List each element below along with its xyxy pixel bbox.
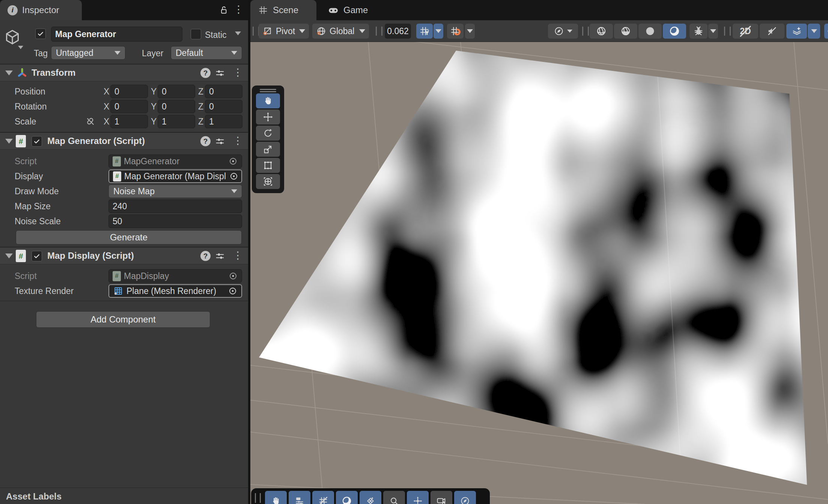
static-dropdown-caret[interactable] — [235, 32, 241, 35]
script-object-field[interactable]: # MapGenerator — [108, 154, 242, 168]
map-display-header[interactable]: # Map Display (Script) ? ⋮ — [0, 247, 248, 264]
map-generator-foldout[interactable] — [5, 139, 13, 144]
map-size-input[interactable]: 240 — [108, 200, 242, 213]
map-display-presets-icon[interactable] — [215, 251, 225, 261]
inspector-menu-icon[interactable]: ⋮ — [233, 4, 244, 15]
transform-help-icon[interactable]: ? — [200, 68, 211, 78]
layer-dropdown[interactable]: Default — [171, 46, 242, 60]
object-picker-icon[interactable] — [229, 171, 239, 181]
overlay-lighting-button[interactable] — [336, 491, 358, 504]
draw-mode-dropdown[interactable]: Noise Map — [108, 184, 242, 198]
scene-viewport[interactable] — [250, 42, 828, 504]
rect-tool-button[interactable] — [256, 158, 280, 173]
map-generator-help-icon[interactable]: ? — [200, 136, 211, 146]
transform-header[interactable]: Transform ? ⋮ — [0, 64, 248, 81]
transform-presets-icon[interactable] — [215, 68, 225, 78]
tab-scene[interactable]: Scene — [250, 0, 316, 20]
snap-increment-button[interactable] — [447, 24, 464, 39]
rotate-tool-button[interactable] — [256, 126, 280, 141]
overlay-tool-settings-button[interactable] — [289, 491, 310, 504]
move-tool-button[interactable] — [256, 110, 280, 124]
map-generator-enabled-checkbox[interactable] — [32, 136, 42, 147]
grid-snap-toggle[interactable]: Y — [416, 24, 433, 39]
gameobject-icon-caret[interactable] — [18, 46, 23, 49]
overlay-drag-handle[interactable] — [255, 493, 261, 503]
debug-caret-button[interactable] — [708, 24, 718, 39]
object-picker-icon[interactable] — [228, 271, 238, 281]
gameobject-cube-icon[interactable] — [4, 28, 21, 46]
transform-tool-button[interactable] — [256, 174, 280, 189]
tab-game[interactable]: Game — [320, 0, 376, 20]
map-generator-presets-icon[interactable] — [215, 136, 225, 147]
visibility-toggle[interactable] — [824, 24, 828, 39]
2d-toggle[interactable]: 2D — [733, 24, 758, 39]
pivot-dropdown[interactable]: Pivot — [259, 24, 309, 39]
overlay-move-button[interactable] — [407, 491, 429, 504]
hand-tool-button[interactable] — [256, 93, 280, 108]
toolbar-drag-handle[interactable] — [582, 27, 589, 36]
toolbar-drag-handle[interactable] — [724, 27, 731, 36]
rotation-z-input[interactable]: 0 — [205, 100, 242, 113]
effects-caret-button[interactable] — [808, 24, 820, 39]
script-label: Script — [15, 156, 37, 166]
effects-toggle[interactable] — [786, 24, 807, 39]
overlay-grid-button[interactable] — [312, 491, 334, 504]
map-display-foldout[interactable] — [5, 254, 13, 258]
scene-tab-label: Scene — [273, 5, 298, 15]
lighting-shaded-toggle[interactable] — [663, 24, 686, 39]
gameobject-name-input[interactable]: Map Generator — [51, 27, 182, 42]
rotation-x-input[interactable]: 0 — [110, 100, 148, 113]
scale-x-input[interactable]: 1 — [110, 115, 148, 128]
snap-increment-caret-button[interactable] — [465, 24, 475, 39]
transform-foldout[interactable] — [5, 70, 13, 75]
map-display-menu-icon[interactable]: ⋮ — [233, 250, 243, 261]
tag-label: Tag — [34, 48, 48, 58]
scale-tool-button[interactable] — [256, 142, 280, 157]
map-display-help-icon[interactable]: ? — [200, 251, 211, 261]
asset-labels-header[interactable]: Asset Labels — [6, 491, 62, 502]
static-checkbox[interactable] — [191, 29, 201, 39]
object-picker-icon[interactable] — [228, 156, 238, 166]
inspector-lock-icon[interactable] — [218, 5, 229, 15]
grid-size-input[interactable]: 0.062 — [385, 24, 411, 39]
draw-mode-toolbar-dropdown[interactable] — [548, 24, 578, 39]
audio-toggle[interactable] — [760, 24, 784, 39]
texture-render-object-field[interactable]: Plane (Mesh Renderer) — [108, 284, 242, 298]
tag-dropdown[interactable]: Untagged — [51, 46, 125, 60]
rotation-y-input[interactable]: 0 — [158, 100, 195, 113]
display-script-object-field[interactable]: # MapDisplay — [108, 269, 242, 283]
tab-inspector[interactable]: i Inspector — [0, 0, 82, 20]
overlay-camera-button[interactable] — [431, 491, 452, 504]
overlay-drag-handle[interactable] — [252, 89, 284, 92]
debug-button[interactable] — [689, 24, 708, 39]
scale-z-input[interactable]: 1 — [205, 115, 242, 128]
overlay-navigation-button[interactable] — [454, 491, 476, 504]
map-generator-menu-icon[interactable]: ⋮ — [233, 136, 243, 146]
map-generator-header[interactable]: # Map Generator (Script) ? ⋮ — [0, 132, 248, 150]
transform-menu-icon[interactable]: ⋮ — [233, 68, 243, 78]
lighting-shaded-wire-toggle[interactable] — [614, 24, 637, 39]
overlay-search-button[interactable] — [383, 491, 405, 504]
overlay-hand-button[interactable] — [265, 491, 287, 504]
position-x-input[interactable]: 0 — [110, 85, 148, 98]
toolbar-drag-handle[interactable] — [376, 27, 382, 36]
grid-snap-caret-button[interactable] — [434, 24, 443, 39]
position-y-input[interactable]: 0 — [158, 85, 195, 98]
add-component-button[interactable]: Add Component — [36, 311, 210, 328]
scale-link-broken-icon[interactable] — [85, 116, 96, 127]
map-display-enabled-checkbox[interactable] — [32, 251, 42, 261]
lighting-unlit-toggle[interactable] — [638, 24, 662, 39]
sphere-half-icon — [620, 26, 631, 37]
global-dropdown[interactable]: Global — [312, 24, 369, 39]
position-z-input[interactable]: 0 — [205, 85, 242, 98]
overlay-snap-button[interactable] — [360, 491, 381, 504]
scale-y-input[interactable]: 1 — [158, 115, 195, 128]
object-picker-icon[interactable] — [228, 286, 238, 296]
camera-eye-icon — [436, 496, 447, 504]
display-object-field[interactable]: # Map Generator (Map Displ — [108, 170, 242, 183]
gameobject-active-checkbox[interactable] — [35, 28, 46, 39]
unity-editor-window: i Inspector ⋮ Map Generator Static Tag U… — [0, 0, 828, 504]
generate-button[interactable]: Generate — [16, 230, 242, 244]
noise-scale-input[interactable]: 50 — [108, 214, 242, 228]
lighting-wire-toggle[interactable] — [590, 24, 613, 39]
